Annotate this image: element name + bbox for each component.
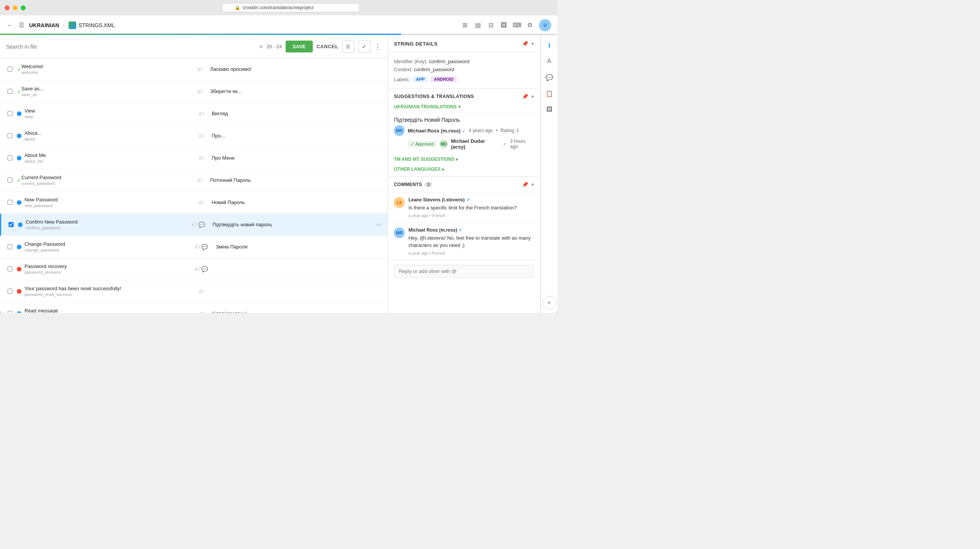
row-checkbox[interactable] (6, 244, 14, 249)
pin-icon[interactable]: 📌 (522, 41, 528, 47)
comment-avatar-2: MR (394, 227, 405, 238)
row-checkbox[interactable] (6, 89, 14, 94)
back-button[interactable]: ← (6, 21, 14, 29)
progress-bar (0, 34, 557, 35)
comments-section: COMMENTS 3 📌 ▾ LS Leane Stevens (l.steve… (388, 176, 540, 282)
row-icons: 🏷 (194, 310, 209, 313)
suggestion-rating: • (496, 128, 497, 133)
history-icon-button[interactable]: 📋 (542, 87, 556, 100)
table-row[interactable]: Read message read_message 🏷 У повідомлен… (0, 302, 387, 313)
file-icon (69, 21, 76, 29)
approver-verified-icon: ✓ (503, 141, 507, 147)
translate-icon-button[interactable]: A (542, 54, 556, 68)
table-row[interactable]: ✓ Save as... save_as 🏷 Зберегти як... (0, 80, 387, 103)
row-checkbox[interactable] (6, 111, 14, 116)
table-row[interactable]: View view 🏷 Вигляд (0, 103, 387, 125)
status-approved-icon: ✓ (17, 177, 21, 183)
comments-header-actions: 📌 ▾ (522, 181, 534, 188)
comments-pin-icon[interactable]: 📌 (522, 181, 528, 188)
comment-body: Leane Stevens (l.stevens) ✓ Is there a s… (408, 197, 534, 218)
approver-time: 3 hours ago (510, 139, 534, 149)
filter-icon[interactable]: ≡ (259, 43, 263, 50)
tm-expand-icon: ▸ (456, 157, 458, 162)
top-navigation: ← ☰ UKRAINIAN › STRINGS.XML ⊞ ▤ ⊟ 🖼 ⌨ ⚙ … (0, 15, 557, 35)
minimize-button[interactable] (13, 5, 18, 10)
comments-icon-button[interactable]: 💬 (542, 70, 556, 84)
avatar[interactable]: U (539, 19, 551, 31)
row-translation: Підтвердіть новий пароль (209, 222, 374, 227)
suggestion-item: Підтвердіть Новий Пароль MR Michael Ross… (388, 113, 540, 154)
copy-button[interactable]: ⎘ (342, 41, 354, 53)
lock-icon: 🔒 (235, 5, 240, 10)
edit-icon[interactable]: ✏ (377, 222, 381, 228)
more-options-button[interactable]: ⋮ (374, 42, 381, 51)
suggestions-header: SUGGESTIONS & TRANSLATIONS 📌 ▾ (388, 89, 540, 104)
row-translation: У повідомленні (209, 310, 381, 313)
screenshot-icon[interactable]: 🖼 (500, 21, 508, 29)
table-row[interactable]: Your password has been reset successfull… (0, 280, 387, 302)
cancel-button[interactable]: CANCEL (317, 44, 338, 49)
comment-author-2: Michael Ross (m.ross) ✓ (408, 227, 534, 233)
row-icons: 🏷 (194, 288, 209, 294)
row-checkbox[interactable] (6, 289, 14, 294)
layout-list-icon[interactable]: ▤ (474, 21, 482, 29)
row-checkbox[interactable] (6, 200, 14, 205)
other-languages-label[interactable]: OTHER LANGUAGES ▸ (388, 165, 540, 176)
context-value: confirm_password (414, 67, 454, 72)
plus-icon-button[interactable]: + (542, 296, 556, 310)
table-row[interactable]: ✓ Current Password current_password 🏷 По… (0, 169, 387, 191)
info-icon-button[interactable]: ℹ (542, 38, 556, 52)
tm-mt-suggestions-label[interactable]: TM AND MT SUGGESTIONS ▸ (388, 154, 540, 165)
comment-author: Leane Stevens (l.stevens) ✓ (408, 197, 534, 203)
row-checkbox[interactable] (6, 311, 14, 313)
search-input[interactable] (6, 44, 255, 50)
table-row[interactable]: New Password new_password 🏷 Новий Пароль (0, 191, 387, 214)
maximize-button[interactable] (21, 5, 26, 10)
suggestions-collapse-icon[interactable]: ▾ (531, 93, 534, 100)
table-row[interactable]: Password recovery password_recovery 🏷 💬 (0, 258, 387, 280)
check-approved-icon: ✓ (411, 142, 414, 147)
close-button[interactable] (5, 5, 10, 10)
layout-grid-icon[interactable]: ⊞ (461, 21, 469, 29)
screenshot-side-icon-button[interactable]: 🖼 (542, 103, 556, 116)
row-checkbox[interactable] (7, 222, 15, 227)
row-icons: 🏷 💬 (190, 244, 212, 250)
row-translation: Новий Пароль (209, 199, 381, 205)
tag-icon: 🏷 (199, 133, 204, 139)
table-row[interactable]: About Me about_me 🏷 Про Мене (0, 147, 387, 169)
comment-reply-area (388, 260, 540, 282)
row-checkbox[interactable] (6, 178, 14, 183)
comment-reply-input[interactable] (394, 265, 534, 278)
row-source: Password recovery password_recovery (24, 263, 190, 274)
menu-button[interactable]: ☰ (18, 21, 25, 29)
settings-icon[interactable]: ⚙ (526, 21, 534, 29)
status-indicator (18, 222, 23, 227)
table-row[interactable]: ✓ Welcome! welcome 🏷 Ласкаво просимо! (0, 58, 387, 80)
table-row[interactable]: About... about 🏷 Про... (0, 125, 387, 147)
row-checkbox[interactable] (6, 155, 14, 160)
save-button[interactable]: SAVE (286, 41, 312, 52)
suggestions-pin-icon[interactable]: 📌 (522, 93, 528, 100)
url-display[interactable]: 🔒 crowdin.com/translate/acmeproject (222, 3, 360, 12)
approved-meta: ✓ Approved MD Michael Dudar (acsy) ✓ 3 h… (394, 138, 534, 150)
comments-collapse-icon[interactable]: ▾ (531, 181, 534, 188)
approver-name: Michael Dudar (acsy) (451, 138, 500, 150)
tag-icon: 🏷 (199, 199, 204, 206)
table-row[interactable]: Confirm New Password confirm_password 🏷 … (0, 214, 387, 236)
row-checkbox[interactable] (6, 67, 14, 72)
ukrainian-translations-label[interactable]: UKRAINIAN TRANSLATIONS ▾ (388, 104, 540, 113)
table-row[interactable]: Change Password change_password 🏷 💬 Змін… (0, 236, 387, 258)
comment-icon: 💬 (201, 266, 208, 272)
row-checkbox[interactable] (6, 133, 14, 138)
collapse-icon[interactable]: ▾ (531, 41, 534, 47)
keyboard-icon[interactable]: ⌨ (513, 21, 521, 29)
suggestion-time: 4 years ago (469, 128, 493, 133)
row-source: New Password new_password (24, 197, 194, 208)
layout-split-icon[interactable]: ⊟ (487, 21, 495, 29)
row-checkbox[interactable] (6, 266, 14, 271)
approve-button[interactable]: ✓ (358, 41, 371, 53)
suggestions-section: SUGGESTIONS & TRANSLATIONS 📌 ▾ UKRAINIAN… (388, 88, 540, 176)
string-details-content: Identifier (Key): confirm_password Conte… (388, 52, 540, 88)
titlebar: 🔒 crowdin.com/translate/acmeproject (0, 0, 557, 15)
comment-item: LS Leane Stevens (l.stevens) ✓ Is there … (388, 192, 540, 222)
